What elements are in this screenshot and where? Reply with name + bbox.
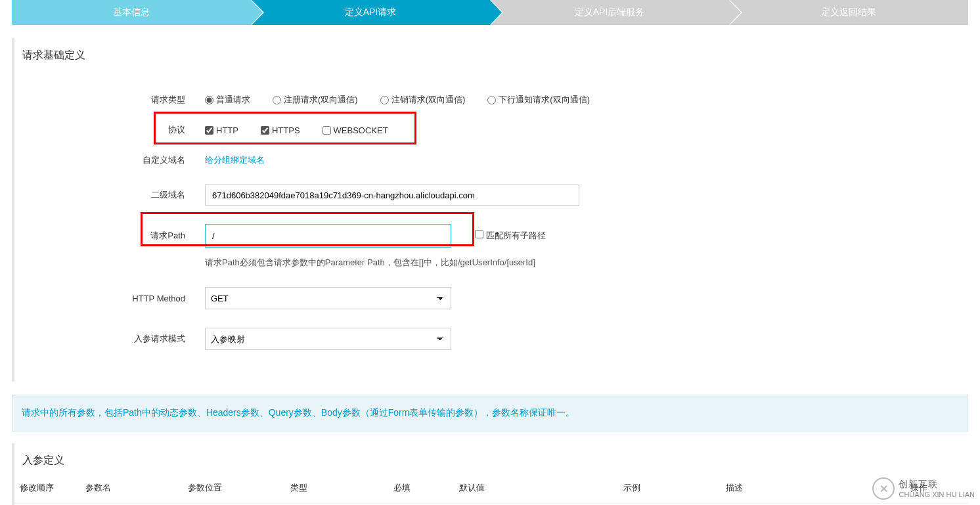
radio-input[interactable] — [380, 96, 389, 104]
label-request-type: 请求类型 — [14, 94, 205, 106]
hint-path: 请求Path必须包含请求参数中的Parameter Path，包含在[]中，比如… — [205, 257, 535, 269]
radio-label: 注销请求(双向通信) — [391, 94, 466, 106]
col-order: 修改顺序 — [20, 482, 85, 494]
radio-normal-request[interactable]: 普通请求 — [205, 94, 250, 106]
param-table-header: 修改顺序 参数名 参数位置 类型 必填 默认值 示例 描述 操作 — [14, 473, 968, 504]
select-http-method[interactable]: GET — [205, 287, 451, 309]
col-example: 示例 — [623, 482, 726, 494]
radio-input[interactable] — [205, 96, 213, 104]
label-custom-domain: 自定义域名 — [14, 154, 205, 166]
checkbox-input[interactable] — [323, 126, 331, 135]
radio-input[interactable] — [487, 96, 496, 104]
radio-label: 注册请求(双向通信) — [284, 94, 358, 106]
panel-title: 入参定义 — [14, 443, 968, 473]
checkbox-label: WEBSOCKET — [334, 125, 388, 135]
radio-label: 下行通知请求(双向通信) — [499, 94, 590, 106]
panel-request-basic: 请求基础定义 请求类型 普通请求 注册请求(双向通信) 注销请求(双向通信) 下… — [12, 38, 968, 382]
brand-sub: CHUANG XIN HU LIAN — [899, 491, 975, 498]
input-request-path[interactable] — [205, 224, 451, 248]
radio-unregister-request[interactable]: 注销请求(双向通信) — [380, 94, 466, 106]
label-second-domain: 二级域名 — [14, 189, 205, 201]
col-param-name: 参数名 — [85, 482, 188, 494]
footer-brand-logo: ✕ 创新互联 CHUANG XIN HU LIAN — [872, 477, 975, 500]
checkbox-http[interactable]: HTTP — [205, 125, 238, 135]
label-request-path: 请求Path — [14, 230, 205, 242]
label-protocol: 协议 — [14, 124, 205, 136]
col-required: 必填 — [393, 482, 459, 494]
brand-name: 创新互联 — [899, 479, 975, 491]
select-param-mode[interactable]: 入参映射 — [205, 328, 451, 350]
col-param-location: 参数位置 — [188, 482, 290, 494]
panel-title: 请求基础定义 — [14, 38, 968, 68]
step-basic-info[interactable]: 基本信息 — [12, 0, 251, 25]
link-bind-domain[interactable]: 给分组绑定域名 — [205, 154, 265, 166]
checkbox-match-all[interactable]: 匹配所有子路径 — [475, 230, 546, 242]
checkbox-input[interactable] — [205, 126, 213, 135]
radio-input[interactable] — [273, 96, 281, 104]
checkbox-input[interactable] — [261, 126, 269, 135]
checkbox-input[interactable] — [475, 230, 483, 238]
label-http-method: HTTP Method — [14, 294, 205, 303]
checkbox-label: HTTP — [216, 125, 238, 135]
label-param-mode: 入参请求模式 — [14, 333, 205, 345]
radio-register-request[interactable]: 注册请求(双向通信) — [273, 94, 358, 106]
checkbox-label: 匹配所有子路径 — [486, 231, 546, 240]
col-type: 类型 — [290, 482, 393, 494]
step-define-response[interactable]: 定义返回结果 — [729, 0, 968, 25]
wizard-steps: 基本信息 定义API请求 定义API后端服务 定义返回结果 — [12, 0, 968, 25]
col-default: 默认值 — [459, 482, 623, 494]
checkbox-label: HTTPS — [272, 125, 300, 135]
checkbox-websocket[interactable]: WEBSOCKET — [323, 125, 388, 135]
radio-label: 普通请求 — [216, 94, 250, 106]
step-define-backend[interactable]: 定义API后端服务 — [490, 0, 729, 25]
checkbox-https[interactable]: HTTPS — [261, 125, 300, 135]
radio-downstream-request[interactable]: 下行通知请求(双向通信) — [487, 94, 590, 106]
step-define-api-request[interactable]: 定义API请求 — [251, 0, 490, 25]
logo-mark-icon: ✕ — [872, 477, 895, 500]
panel-param-definition: 入参定义 修改顺序 参数名 参数位置 类型 必填 默认值 示例 描述 操作 ＋ … — [12, 443, 968, 505]
input-second-domain[interactable] — [205, 185, 579, 206]
info-banner: 请求中的所有参数，包括Path中的动态参数、Headers参数、Query参数、… — [12, 395, 968, 431]
